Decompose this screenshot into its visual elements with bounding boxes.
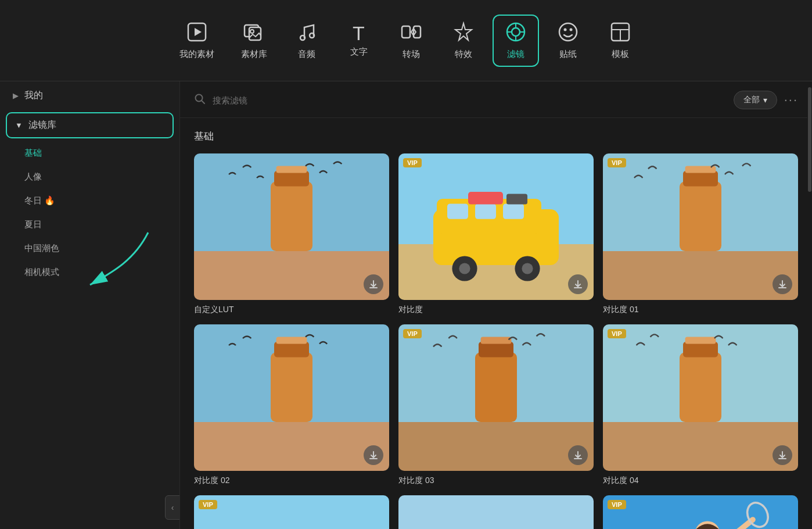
- nav-sticker-label: 贴纸: [559, 49, 577, 60]
- download-button-4[interactable]: [568, 445, 588, 465]
- filter-item-contrast-01[interactable]: VIP 对比度 01: [603, 153, 798, 315]
- filter-thumb-row3-2: [398, 495, 594, 529]
- search-bar: 全部 ▾ ···: [180, 81, 812, 118]
- svg-rect-67: [683, 342, 718, 357]
- svg-rect-62: [481, 337, 512, 344]
- sidebar-item-filter-lib[interactable]: ▼ 滤镜库: [6, 112, 174, 138]
- svg-point-18: [563, 28, 566, 31]
- nav-library[interactable]: 素材库: [231, 16, 278, 66]
- nav-library-label: 素材库: [241, 49, 267, 60]
- svg-rect-60: [475, 352, 517, 422]
- vip-badge-2: VIP: [608, 158, 626, 167]
- filter-thumb-contrast-03: VIP: [398, 324, 594, 471]
- svg-rect-27: [194, 251, 389, 300]
- more-options-button[interactable]: ···: [784, 92, 798, 108]
- sidebar-child-portrait[interactable]: 人像: [12, 166, 179, 188]
- filter-name-2: 对比度 01: [603, 305, 798, 315]
- vip-badge-8: VIP: [608, 500, 626, 509]
- filter-thumb-custom-lut: [194, 153, 389, 300]
- download-button-3[interactable]: [364, 445, 383, 465]
- nav-transition[interactable]: 转场: [388, 16, 434, 66]
- sidebar-my-label: 我的: [24, 90, 43, 102]
- sidebar-child-winter[interactable]: 冬日 🔥: [12, 190, 179, 212]
- scrollbar-thumb[interactable]: [808, 87, 811, 192]
- nav-audio[interactable]: 音频: [283, 16, 330, 66]
- svg-point-19: [569, 28, 572, 31]
- nav-my-material-label: 我的素材: [179, 49, 214, 60]
- filter-item-row3-1[interactable]: VIP: [194, 495, 389, 529]
- svg-rect-84: [398, 495, 594, 529]
- filter-item-contrast[interactable]: VIP 对比度: [398, 153, 594, 315]
- search-input[interactable]: [213, 95, 727, 105]
- chevron-right-icon: ▶: [13, 91, 19, 100]
- svg-rect-43: [468, 192, 503, 205]
- main-layout: ▶ 我的 ▼ 滤镜库 基础 人像 冬日 🔥 夏日 中国潮色: [0, 81, 812, 529]
- chevron-down-icon: ▼: [15, 121, 23, 130]
- sidebar-child-summer[interactable]: 夏日: [12, 213, 179, 236]
- nav-audio-label: 音频: [298, 49, 315, 60]
- sidebar-children: 基础 人像 冬日 🔥 夏日 中国潮色 相机模式: [0, 141, 179, 285]
- vip-badge-1: VIP: [403, 158, 422, 167]
- svg-rect-36: [447, 203, 468, 219]
- filter-chevron-icon: ▾: [763, 95, 767, 105]
- filter-item-row3-2[interactable]: [398, 495, 594, 529]
- svg-rect-49: [683, 171, 718, 186]
- search-icon: [194, 93, 206, 108]
- download-button-0[interactable]: [364, 274, 383, 294]
- svg-rect-48: [680, 181, 721, 251]
- collapse-icon: ‹: [171, 503, 174, 512]
- text-icon: T: [353, 23, 365, 43]
- nav-my-material[interactable]: 我的素材: [169, 16, 225, 66]
- svg-rect-65: [603, 422, 798, 471]
- nav-filter-label: 滤镜: [507, 49, 524, 60]
- svg-marker-1: [195, 28, 202, 36]
- sidebar-item-my[interactable]: ▶ 我的: [0, 81, 179, 110]
- svg-point-5: [300, 35, 305, 40]
- filter-name-5: 对比度 04: [603, 476, 798, 486]
- filter-item-contrast-03[interactable]: VIP 对比度 03: [398, 324, 594, 486]
- download-button-5[interactable]: [773, 445, 792, 465]
- svg-rect-53: [194, 422, 389, 471]
- filter-thumb-row3-3: VIP: [603, 495, 798, 529]
- gallery-icon: [243, 22, 264, 45]
- music-icon: [296, 22, 317, 45]
- nav-text[interactable]: T 文字: [336, 17, 382, 63]
- download-button-2[interactable]: [773, 274, 792, 294]
- nav-filter[interactable]: 滤镜: [493, 15, 539, 67]
- nav-effects-label: 特效: [455, 49, 472, 60]
- svg-point-12: [512, 28, 520, 36]
- filter-all-button[interactable]: 全部 ▾: [734, 91, 777, 109]
- filter-thumb-contrast-02: [194, 324, 389, 471]
- filter-item-custom-lut[interactable]: 自定义LUT: [194, 153, 389, 315]
- sidebar-collapse-button[interactable]: ‹: [165, 495, 180, 520]
- nav-effects[interactable]: 特效: [440, 16, 487, 66]
- download-button-1[interactable]: [568, 274, 588, 294]
- svg-point-42: [522, 263, 533, 274]
- svg-rect-59: [398, 422, 594, 471]
- svg-rect-38: [503, 203, 524, 219]
- filter-thumb-contrast-04: VIP: [603, 324, 798, 471]
- nav-sticker[interactable]: 贴纸: [545, 16, 591, 66]
- filter-item-row3-3[interactable]: VIP: [603, 495, 798, 529]
- search-controls: 全部 ▾ ···: [734, 91, 798, 109]
- filter-thumb-row3-1: VIP: [194, 495, 389, 529]
- svg-marker-10: [455, 23, 472, 40]
- filter-thumb-contrast-01: VIP: [603, 153, 798, 300]
- filter-name-1: 对比度: [398, 305, 594, 315]
- nav-template[interactable]: 模板: [597, 16, 644, 66]
- svg-point-40: [459, 263, 470, 274]
- effects-icon: [453, 22, 474, 45]
- filter-item-contrast-04[interactable]: VIP 对比度 04: [603, 324, 798, 486]
- filter-name-4: 对比度 03: [398, 476, 594, 486]
- sidebar-child-camera[interactable]: 相机模式: [12, 261, 179, 284]
- top-nav: 我的素材 素材库 音频 T 文字: [0, 0, 812, 81]
- svg-rect-68: [685, 337, 716, 344]
- section-title: 基础: [194, 130, 798, 143]
- sidebar-child-basic[interactable]: 基础: [12, 142, 179, 165]
- vip-badge-6: VIP: [199, 500, 217, 509]
- filter-item-contrast-02[interactable]: 对比度 02: [194, 324, 389, 486]
- vip-badge-4: VIP: [403, 329, 422, 338]
- filter-name-3: 对比度 02: [194, 476, 389, 486]
- sidebar-child-chinese[interactable]: 中国潮色: [12, 237, 179, 260]
- svg-rect-56: [276, 337, 307, 344]
